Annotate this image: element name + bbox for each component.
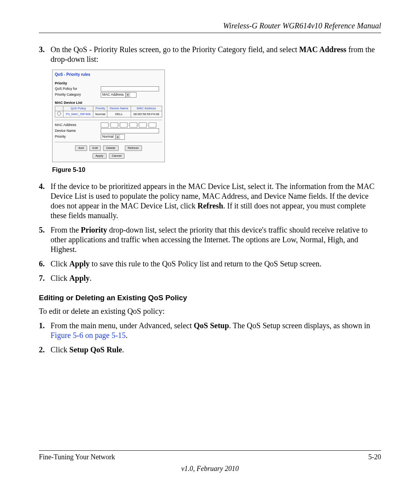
- qos-policy-for-label: QoS Policy for: [55, 87, 101, 91]
- step5-bold: Priority: [81, 226, 107, 234]
- device-name-input[interactable]: [101, 128, 159, 133]
- step7-p2: .: [90, 274, 92, 282]
- edit2-p2: .: [122, 345, 124, 354]
- delete-button[interactable]: Delete: [103, 145, 118, 151]
- edit1-text: From the main menu, under Advanced, sele…: [51, 321, 381, 340]
- footer-left: Fine-Tuning Your Network: [39, 453, 115, 461]
- apply-button[interactable]: Apply: [93, 153, 107, 159]
- cancel-button[interactable]: Cancel: [109, 153, 125, 159]
- step5-p1: From the: [51, 226, 81, 234]
- footer-version: v1.0, February 2010: [0, 465, 420, 473]
- th-priority: Priority: [93, 106, 107, 111]
- edit1-p3: .: [126, 331, 128, 340]
- add-button[interactable]: Add: [75, 145, 87, 151]
- step7-number: 7.: [39, 273, 51, 283]
- qos-priority-rules-screenshot: QoS - Priority rules Priority QoS Policy…: [52, 70, 165, 162]
- edit1-bold: QoS Setup: [194, 321, 229, 330]
- mac-address-label: MAC Address: [55, 123, 101, 127]
- step4-text: If the device to be prioritized appears …: [51, 182, 381, 220]
- radio-icon[interactable]: [57, 112, 61, 116]
- footer-rule: [39, 450, 381, 451]
- priority-category-label: Priority Category: [55, 93, 101, 97]
- th-device-name: Device Name: [107, 106, 131, 111]
- step6-text: Click Apply to save this rule to the QoS…: [51, 259, 381, 269]
- header-rule: [39, 33, 381, 33]
- th-qos-policy: QoS Policy: [63, 106, 93, 111]
- priority-section-label: Priority: [55, 81, 162, 86]
- table-header-row: QoS Policy Priority Device Name MAC Addr…: [55, 106, 162, 111]
- priority-select[interactable]: Normal ▾: [101, 134, 125, 140]
- mac-address-input[interactable]: : : : : :: [101, 122, 156, 128]
- step5-text: From the Priority drop-down list, select…: [51, 225, 381, 254]
- footer-page-number: 5-20: [368, 453, 381, 461]
- edit2-bold: Setup QoS Rule: [69, 345, 122, 354]
- step7-text: Click Apply.: [51, 273, 381, 283]
- step4-bold: Refresh: [198, 201, 223, 210]
- step6-number: 6.: [39, 259, 51, 269]
- edit1-p2: . The QoS Setup screen displays, as show…: [229, 321, 370, 330]
- th-mac: MAC Address: [131, 106, 162, 111]
- edit-button[interactable]: Edit: [89, 145, 101, 151]
- chevron-down-icon: ▾: [125, 93, 130, 97]
- figure-5-6-link[interactable]: Figure 5-6 on page 5-15: [51, 331, 126, 340]
- step7-bold: Apply: [69, 274, 89, 282]
- edit2-number: 2.: [39, 345, 51, 355]
- refresh-button[interactable]: Refresh: [125, 145, 142, 151]
- step3-number: 3.: [39, 45, 51, 64]
- th-radio: [55, 106, 63, 111]
- step6-p2: to save this rule to the QoS Policy list…: [90, 259, 322, 268]
- step6-p1: Click: [51, 259, 69, 268]
- chevron-down-icon: ▾: [115, 135, 120, 139]
- step3-pre: On the QoS - Priority Rules screen, go t…: [51, 45, 299, 54]
- priority-category-select[interactable]: MAC Address ▾: [101, 92, 136, 98]
- step3-text: On the QoS - Priority Rules screen, go t…: [51, 45, 381, 64]
- edit2-text: Click Setup QoS Rule.: [51, 345, 381, 355]
- row-device-name: DELL: [107, 111, 131, 117]
- priority-category-value: MAC Address: [102, 93, 124, 97]
- edit1-p1: From the main menu, under Advanced, sele…: [51, 321, 194, 330]
- step6-bold: Apply: [69, 259, 89, 268]
- row-qos-policy[interactable]: Pri_MAC_59F408: [63, 111, 93, 117]
- qos-policy-for-input[interactable]: [101, 86, 159, 91]
- row-radio[interactable]: [55, 111, 63, 117]
- row-mac: 00:0D:56:59:F4:08: [131, 111, 162, 117]
- mac-device-list-label: MAC Device List: [55, 101, 162, 105]
- table-row[interactable]: Pri_MAC_59F408 Normal DELL 00:0D:56:59:F…: [55, 111, 162, 117]
- priority-label: Priority: [55, 135, 101, 139]
- step3-bold: MAC Address: [299, 45, 346, 54]
- row-priority: Normal: [93, 111, 107, 117]
- intro-line: To edit or delete an existing QoS policy…: [39, 306, 381, 316]
- edit1-number: 1.: [39, 321, 51, 340]
- screenshot-title: QoS - Priority rules: [55, 72, 162, 77]
- doc-header-title: Wireless-G Router WGR614v10 Reference Ma…: [39, 21, 381, 32]
- step4-number: 4.: [39, 182, 51, 220]
- figure-caption: Figure 5-10: [52, 166, 381, 174]
- step5-number: 5.: [39, 225, 51, 254]
- step7-p1: Click: [51, 274, 69, 282]
- subheading-edit-delete: Editing or Deleting an Existing QoS Poli…: [39, 293, 381, 303]
- priority-select-value: Normal: [102, 135, 114, 139]
- mac-device-list-table: QoS Policy Priority Device Name MAC Addr…: [55, 106, 162, 117]
- device-name-label: Device Name: [55, 129, 101, 133]
- edit2-p1: Click: [51, 345, 69, 354]
